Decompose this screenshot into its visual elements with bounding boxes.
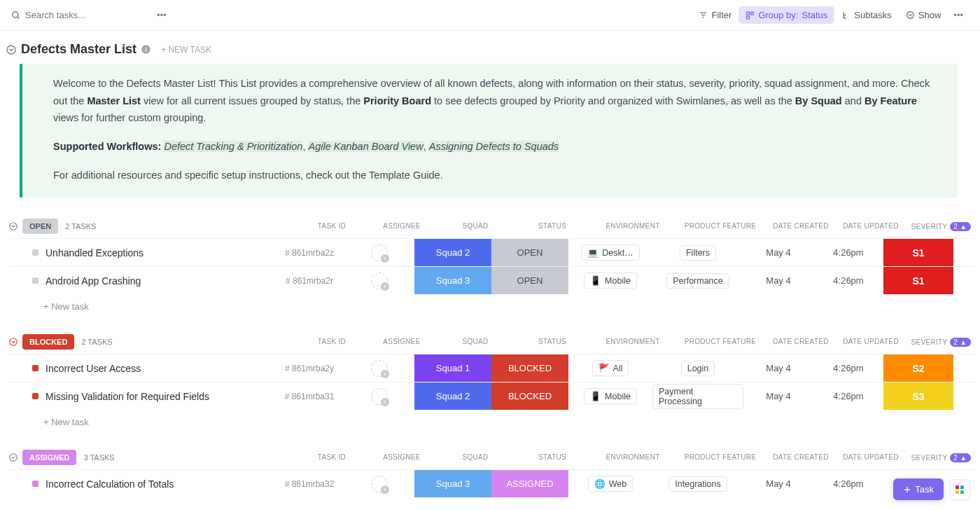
col-task-id[interactable]: TASK ID xyxy=(297,453,367,462)
status-dot-icon[interactable] xyxy=(32,365,38,371)
squad-cell[interactable]: Squad 2 xyxy=(414,382,491,410)
assignee-cell[interactable] xyxy=(344,354,414,382)
col-squad[interactable]: SQUAD xyxy=(437,338,514,347)
col-assignee[interactable]: ASSIGNEE xyxy=(367,453,437,462)
env-chip[interactable]: 📱Mobile xyxy=(584,273,637,289)
task-name[interactable]: Missing Validation for Required Fields xyxy=(46,391,209,402)
updated-cell[interactable]: 4:26pm xyxy=(813,470,883,497)
col-assignee[interactable]: ASSIGNEE xyxy=(367,338,437,347)
col-task-id[interactable]: TASK ID xyxy=(297,338,367,347)
col-date-updated[interactable]: DATE UPDATED xyxy=(836,453,906,462)
environment-cell[interactable]: 💻Deskt… xyxy=(568,239,652,266)
env-chip[interactable]: 💻Deskt… xyxy=(581,244,639,261)
col-date-created[interactable]: DATE CREATED xyxy=(766,453,836,462)
feature-cell[interactable]: Payment Processing xyxy=(652,382,743,410)
environment-cell[interactable]: 📱Mobile xyxy=(568,382,652,410)
col-task-id[interactable]: TASK ID xyxy=(297,222,367,231)
col-date-updated[interactable]: DATE UPDATED xyxy=(836,338,906,347)
col-product-feature[interactable]: PRODUCT FEATURE xyxy=(675,453,766,462)
col-environment[interactable]: ENVIRONMENT xyxy=(591,222,675,231)
show-button[interactable]: Show xyxy=(899,6,948,24)
col-environment[interactable]: ENVIRONMENT xyxy=(591,453,675,462)
severity-cell[interactable]: S1 xyxy=(883,239,953,266)
status-dot-icon[interactable] xyxy=(32,249,38,256)
task-id-cell[interactable]: # 861mrba2r xyxy=(274,267,344,294)
feature-cell[interactable]: Integrations xyxy=(652,470,743,497)
severity-sort-badge[interactable]: 2 ▲ xyxy=(950,453,970,462)
task-name[interactable]: Incorrect User Access xyxy=(46,363,141,374)
feature-cell[interactable]: Performance xyxy=(652,267,743,294)
task-id-cell[interactable]: # 861mrba2y xyxy=(274,354,344,382)
add-assignee-icon[interactable] xyxy=(371,244,388,261)
status-cell[interactable]: OPEN xyxy=(491,267,568,294)
add-assignee-icon[interactable] xyxy=(371,360,388,377)
task-id-cell[interactable]: # 861mrba2z xyxy=(274,239,344,266)
group-status-label[interactable]: ASSIGNED xyxy=(22,450,76,465)
severity-sort-badge[interactable]: 2 ▲ xyxy=(950,222,970,231)
status-cell[interactable]: BLOCKED xyxy=(491,354,568,382)
task-row[interactable]: Incorrect User Access # 861mrba2y Squad … xyxy=(8,354,976,382)
status-cell[interactable]: BLOCKED xyxy=(491,382,568,410)
squad-cell[interactable]: Squad 3 xyxy=(414,267,491,294)
apps-button[interactable] xyxy=(949,479,970,500)
group-status-label[interactable]: OPEN xyxy=(22,219,58,234)
col-squad[interactable]: SQUAD xyxy=(437,453,514,462)
task-name[interactable]: Unhandled Exceptions xyxy=(46,247,144,259)
squad-cell[interactable]: Squad 1 xyxy=(414,354,491,382)
chevron-down-icon[interactable] xyxy=(8,453,18,462)
environment-cell[interactable]: 🚩All xyxy=(568,354,652,382)
feature-cell[interactable]: Filters xyxy=(652,239,743,266)
col-product-feature[interactable]: PRODUCT FEATURE xyxy=(675,338,766,347)
task-name[interactable]: Incorrect Calculation of Totals xyxy=(46,478,174,490)
filter-button[interactable]: Filter xyxy=(692,6,738,24)
toolbar-more-icon[interactable]: ••• xyxy=(948,7,969,23)
task-name[interactable]: Android App Crashing xyxy=(46,275,141,287)
col-severity[interactable]: SEVERITY2 ▲ xyxy=(906,222,976,231)
new-task-row[interactable]: + New task xyxy=(8,410,976,427)
status-dot-icon[interactable] xyxy=(32,481,38,487)
created-cell[interactable]: May 4 xyxy=(743,267,813,294)
col-date-created[interactable]: DATE CREATED xyxy=(766,338,836,347)
updated-cell[interactable]: 4:26pm xyxy=(813,354,883,382)
severity-cell[interactable]: S1 xyxy=(883,267,953,294)
col-severity[interactable]: SEVERITY2 ▲ xyxy=(906,338,976,347)
status-dot-icon[interactable] xyxy=(32,393,38,399)
created-cell[interactable]: May 4 xyxy=(743,239,813,266)
status-cell[interactable]: OPEN xyxy=(491,239,568,266)
col-product-feature[interactable]: PRODUCT FEATURE xyxy=(675,222,766,231)
assignee-cell[interactable] xyxy=(344,267,414,294)
col-severity[interactable]: SEVERITY2 ▲ xyxy=(906,453,976,462)
severity-cell[interactable]: S2 xyxy=(883,354,953,382)
col-environment[interactable]: ENVIRONMENT xyxy=(591,338,675,347)
group-by-button[interactable]: Group by: Status xyxy=(738,6,834,24)
subtasks-button[interactable]: Subtasks xyxy=(834,6,898,24)
group-status-label[interactable]: BLOCKED xyxy=(22,334,74,350)
col-status[interactable]: STATUS xyxy=(514,453,591,462)
status-dot-icon[interactable] xyxy=(32,277,38,284)
add-assignee-icon[interactable] xyxy=(371,273,388,289)
squad-cell[interactable]: Squad 3 xyxy=(414,470,491,497)
created-cell[interactable]: May 4 xyxy=(743,470,813,497)
feature-chip[interactable]: Payment Processing xyxy=(652,384,743,409)
assignee-cell[interactable] xyxy=(344,470,414,497)
col-date-updated[interactable]: DATE UPDATED xyxy=(836,222,906,231)
add-assignee-icon[interactable] xyxy=(371,476,388,492)
squad-cell[interactable]: Squad 2 xyxy=(414,239,491,266)
task-row[interactable]: Missing Validation for Required Fields #… xyxy=(8,382,976,410)
feature-chip[interactable]: Integrations xyxy=(668,476,727,492)
col-status[interactable]: STATUS xyxy=(514,338,591,347)
environment-cell[interactable]: 📱Mobile xyxy=(568,267,652,294)
updated-cell[interactable]: 4:26pm xyxy=(813,382,883,410)
env-chip[interactable]: 📱Mobile xyxy=(584,388,637,404)
feature-chip[interactable]: Login xyxy=(681,361,715,376)
col-status[interactable]: STATUS xyxy=(514,222,591,231)
col-squad[interactable]: SQUAD xyxy=(437,222,514,231)
collapse-caret-icon[interactable] xyxy=(6,44,17,55)
info-icon[interactable]: i xyxy=(141,44,151,55)
severity-sort-badge[interactable]: 2 ▲ xyxy=(950,338,970,347)
col-assignee[interactable]: ASSIGNEE xyxy=(367,222,437,231)
task-row[interactable]: Unhandled Exceptions # 861mrba2z Squad 2… xyxy=(8,238,976,266)
updated-cell[interactable]: 4:26pm xyxy=(813,267,883,294)
feature-cell[interactable]: Login xyxy=(652,354,743,382)
task-id-cell[interactable]: # 861mrba32 xyxy=(274,470,344,497)
